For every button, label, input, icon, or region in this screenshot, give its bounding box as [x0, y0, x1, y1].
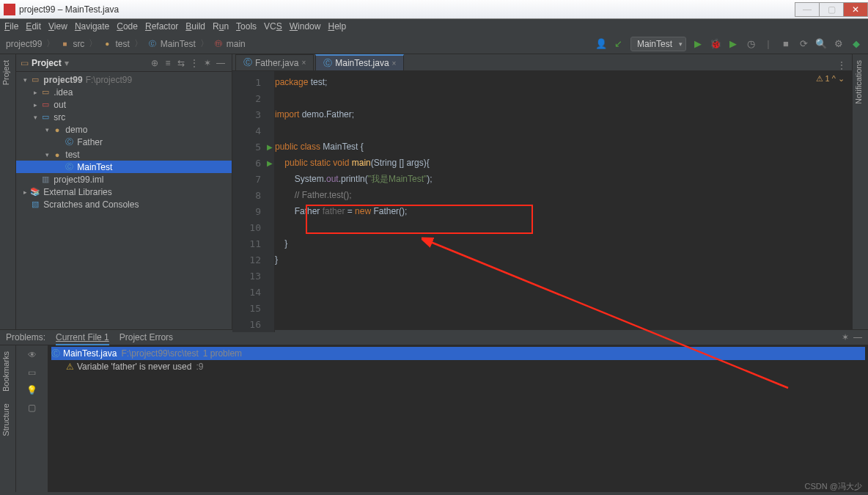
code-content[interactable]: ⚠ 1 ^ ⌄ package test; import demo.Father…: [275, 71, 852, 332]
menu-tools[interactable]: Tools: [236, 21, 257, 32]
left-stripe-bottom: Bookmarks Structure: [0, 345, 16, 492]
view-icon[interactable]: 👁: [28, 350, 37, 360]
search-icon[interactable]: 🔍: [815, 38, 827, 50]
tree-test[interactable]: ▾● test: [16, 148, 232, 161]
folder-icon: ■: [59, 39, 70, 49]
problem-file-count: 1 problem: [203, 348, 242, 359]
problems-toolbar: 👁 ▭ 💡 ▢: [16, 345, 48, 492]
expand-icon[interactable]: ≡: [161, 58, 174, 68]
window-titlebar: project99 – MainTest.java — ▢ ✕: [0, 0, 868, 19]
settings-icon[interactable]: ⚙: [833, 38, 845, 50]
coverage-icon[interactable]: ▶: [727, 38, 739, 50]
run-gutter-icon[interactable]: ▶: [267, 143, 273, 151]
back-arrow-icon[interactable]: ↙: [613, 38, 625, 50]
run-icon[interactable]: ▶: [692, 38, 704, 50]
tree-idea[interactable]: ▸▭ .idea: [16, 86, 232, 98]
tab-maintest[interactable]: ⒸMainTest.java×: [315, 54, 404, 70]
problem-file-row[interactable]: Ⓒ MainTest.java F:\project99\src\test 1 …: [51, 347, 865, 360]
tabs-menu-icon[interactable]: ⋮: [837, 60, 846, 70]
expand-all-icon[interactable]: ▢: [28, 403, 36, 413]
breadcrumb[interactable]: project99〉 ■src〉 ●test〉 ⒸMainTest〉 ⓜmain: [6, 37, 246, 50]
menu-refactor[interactable]: Refactor: [145, 21, 178, 32]
tab-label: Father.java: [255, 58, 298, 68]
add-user-icon[interactable]: 👤: [595, 38, 607, 50]
stripe-notifications-label[interactable]: Notifications: [853, 54, 864, 110]
crumb-method[interactable]: main: [227, 39, 246, 49]
maximize-button[interactable]: ▢: [819, 2, 844, 17]
hide-icon[interactable]: —: [214, 58, 227, 68]
tree-demo[interactable]: ▾● demo: [16, 123, 232, 136]
menu-view[interactable]: View: [48, 21, 67, 32]
project-title[interactable]: Project: [32, 58, 62, 68]
tab-label: MainTest.java: [335, 58, 389, 68]
crumb-class[interactable]: MainTest: [161, 39, 196, 49]
shield-icon[interactable]: ◆: [850, 38, 862, 50]
menu-run[interactable]: Run: [213, 21, 229, 32]
collapse-icon[interactable]: ⇆: [174, 58, 188, 68]
profile-icon[interactable]: ◷: [745, 38, 757, 50]
stripe-project-label[interactable]: Project: [0, 54, 12, 91]
crumb-test[interactable]: test: [115, 39, 129, 49]
tree-maintest[interactable]: Ⓒ MainTest: [16, 161, 232, 173]
editor-area: ⒸFather.java× ⒸMainTest.java× ⋮ 1234 5▶ …: [232, 54, 852, 329]
project-icon: ▭: [21, 58, 29, 68]
menu-build[interactable]: Build: [185, 21, 205, 32]
editor-gutter: 1234 5▶ 6▶ 78910 11121314 1516: [232, 71, 275, 332]
stripe-structure-label[interactable]: Structure: [0, 397, 12, 442]
options-icon[interactable]: ⋮: [188, 58, 201, 68]
tree-ext-lib[interactable]: ▸📚 External Libraries: [16, 186, 232, 198]
minimize-button[interactable]: —: [795, 2, 820, 17]
stripe-bookmarks-label[interactable]: Bookmarks: [0, 345, 12, 397]
stop-icon[interactable]: ■: [780, 38, 792, 50]
problem-warning-row[interactable]: ⚠ Variable 'father' is never used :9: [51, 360, 865, 373]
close-tab-icon[interactable]: ×: [392, 59, 397, 67]
highlight-box: [306, 205, 533, 234]
navigation-bar: project99〉 ■src〉 ●test〉 ⒸMainTest〉 ⓜmain…: [0, 34, 868, 54]
tree-root[interactable]: ▾▭ project99F:\project99: [16, 73, 232, 86]
locate-icon[interactable]: ⊕: [148, 58, 161, 68]
app-icon: [4, 4, 15, 15]
run-gutter-icon[interactable]: ▶: [267, 159, 273, 167]
info-icon[interactable]: 💡: [26, 385, 37, 395]
tree-iml[interactable]: ▥ project99.iml: [16, 173, 232, 186]
menu-vcs[interactable]: VCS: [264, 21, 282, 32]
menu-edit[interactable]: Edit: [26, 21, 41, 32]
problems-tab-label[interactable]: Problems:: [6, 332, 45, 342]
gear-icon[interactable]: ✶: [201, 58, 214, 68]
tab-father[interactable]: ⒸFather.java×: [235, 54, 314, 70]
tree-father[interactable]: Ⓒ Father: [16, 136, 232, 148]
project-header: ▭ Project ▾ ⊕ ≡ ⇆ ⋮ ✶ —: [16, 54, 232, 72]
project-tool-window: ▭ Project ▾ ⊕ ≡ ⇆ ⋮ ✶ — ▾▭ project99F:\p…: [16, 54, 232, 329]
inspection-badge[interactable]: ⚠ 1 ^ ⌄: [816, 74, 845, 84]
crumb-project[interactable]: project99: [6, 39, 42, 49]
crumb-src[interactable]: src: [73, 39, 84, 49]
menu-code[interactable]: Code: [117, 21, 138, 32]
close-tab-icon[interactable]: ×: [301, 59, 306, 67]
tree-out[interactable]: ▸▭ out: [16, 98, 232, 111]
problems-gear-icon[interactable]: ✶: [842, 332, 849, 342]
tree-scratches[interactable]: ▧ Scratches and Consoles: [16, 198, 232, 210]
menu-window[interactable]: Window: [290, 21, 321, 32]
warning-icon: ⚠: [66, 362, 74, 372]
left-stripe: Project: [0, 54, 16, 329]
update-icon[interactable]: ⟳: [798, 38, 809, 50]
problem-file-name: MainTest.java: [63, 348, 117, 359]
problems-list[interactable]: Ⓒ MainTest.java F:\project99\src\test 1 …: [48, 345, 868, 492]
current-file-tab[interactable]: Current File 1: [56, 332, 109, 342]
tree-src[interactable]: ▾▭ src: [16, 111, 232, 123]
warning-line: :9: [196, 362, 203, 372]
menu-file[interactable]: File: [4, 21, 18, 32]
run-config-dropdown[interactable]: MainTest: [630, 37, 686, 51]
project-tree[interactable]: ▾▭ project99F:\project99 ▸▭ .idea ▸▭ out…: [16, 72, 232, 329]
project-errors-tab[interactable]: Project Errors: [119, 332, 173, 342]
editor-body[interactable]: 1234 5▶ 6▶ 78910 11121314 1516 ⚠ 1 ^ ⌄ p…: [232, 71, 852, 332]
problems-panel: Bookmarks Structure 👁 ▭ 💡 ▢ Ⓒ MainTest.j…: [0, 345, 868, 492]
problem-file-path: F:\project99\src\test: [121, 348, 198, 359]
menu-help[interactable]: Help: [328, 21, 346, 32]
close-button[interactable]: ✕: [843, 2, 868, 17]
window-title: project99 – MainTest.java: [19, 4, 119, 15]
debug-icon[interactable]: 🐞: [710, 38, 721, 50]
menu-navigate[interactable]: Navigate: [75, 21, 109, 32]
problems-hide-icon[interactable]: —: [853, 332, 862, 342]
filter-icon[interactable]: ▭: [28, 367, 36, 378]
